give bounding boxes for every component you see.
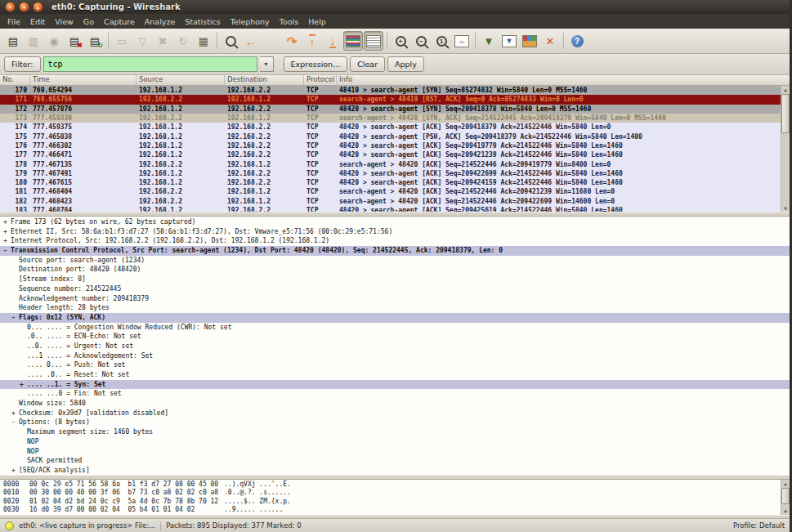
menu-item-file[interactable]: File: [2, 16, 25, 28]
maximize-window-button[interactable]: ▴: [33, 2, 43, 12]
menu-item-statistics[interactable]: Statistics: [180, 16, 225, 28]
detail-row[interactable]: NOP: [0, 447, 790, 457]
auto-scroll-button[interactable]: [364, 31, 383, 51]
scroll-down-icon[interactable]: ▼: [784, 204, 787, 212]
bytes-scrollbar[interactable]: ▲ ▼: [781, 480, 790, 515]
detail-row[interactable]: Maximum segment size: 1460 bytes: [0, 427, 790, 437]
column-header-no[interactable]: No.: [0, 75, 30, 85]
go-forward-button[interactable]: →: [262, 31, 281, 51]
filter-input[interactable]: [43, 56, 257, 72]
capture-stop-button[interactable]: ▤✖: [65, 31, 84, 51]
column-header-protocol[interactable]: Protocol: [304, 75, 337, 85]
detail-row[interactable]: .... ...0 = Fin: Not set: [0, 389, 790, 399]
detail-row[interactable]: Acknowledgement number: 209418379: [0, 294, 790, 304]
menu-item-edit[interactable]: Edit: [25, 16, 50, 28]
filter-button[interactable]: Filter:: [4, 56, 41, 72]
packet-row-172[interactable]: 172777.457876192.168.1.2192.168.2.2TCP48…: [0, 105, 790, 114]
display-filter-button[interactable]: ▼: [499, 31, 519, 51]
capture-options-button[interactable]: ▥: [24, 31, 43, 51]
expand-icon[interactable]: +: [3, 217, 7, 227]
detail-row[interactable]: Window size: 5840: [0, 399, 790, 409]
detail-row[interactable]: -Options: (8 bytes): [0, 418, 790, 427]
menu-item-analyze[interactable]: Analyze: [140, 16, 180, 28]
capture-interfaces-button[interactable]: ▤: [3, 31, 23, 51]
apply-button[interactable]: Apply: [387, 56, 424, 72]
detail-row[interactable]: NOP: [0, 437, 790, 447]
hex-row[interactable]: 003016 d0 39 d7 00 00 02 04 05 b4 01 01 …: [3, 506, 790, 514]
scroll-down-icon[interactable]: ▼: [784, 507, 787, 515]
capture-restart-button[interactable]: ▤↻: [85, 31, 105, 51]
detail-row[interactable]: +Internet Protocol, Src: 192.168.2.2 (19…: [0, 236, 790, 246]
packet-row-181[interactable]: 181777.468404192.168.2.2192.168.1.2TCPse…: [0, 187, 790, 196]
close-window-button[interactable]: ✕: [5, 2, 16, 12]
detail-row[interactable]: ..0. .... = Urgent: Not set: [0, 342, 790, 351]
detail-row[interactable]: ...1 .... = Acknowledgement: Set: [0, 351, 790, 361]
go-bottom-button[interactable]: ↓: [323, 31, 342, 51]
detail-row[interactable]: .0.. .... = ECN-Echo: Not set: [0, 332, 790, 342]
expand-icon[interactable]: +: [20, 380, 24, 390]
expression-button[interactable]: Expression...: [284, 56, 348, 72]
detail-row[interactable]: .... .0.. = Reset: Not set: [0, 370, 790, 380]
menu-item-capture[interactable]: Capture: [99, 16, 140, 28]
coloring-rules-button[interactable]: [520, 31, 539, 51]
detail-row[interactable]: +Ethernet II, Src: 58:6a:b1:f3:d7:27 (58…: [0, 227, 790, 237]
detail-row[interactable]: SACK permitted: [0, 456, 790, 466]
detail-row[interactable]: Sequence number: 214522445: [0, 284, 790, 294]
detail-row[interactable]: Destination port: 48420 (48420): [0, 265, 790, 275]
scrollbar-thumb[interactable]: [781, 94, 790, 133]
detail-row[interactable]: -Transmission Control Protocol, Src Port…: [0, 246, 790, 256]
detail-row[interactable]: +Frame 173 (62 bytes on wire, 62 bytes c…: [0, 217, 790, 227]
scroll-up-icon[interactable]: ▲: [784, 480, 787, 487]
menu-item-go[interactable]: Go: [78, 16, 99, 28]
save-capture-button[interactable]: ▽: [132, 31, 152, 51]
hex-row[interactable]: 002001 02 04 d2 bd 24 0c c9 5a 4d 0c 7b …: [3, 498, 790, 506]
menu-item-help[interactable]: Help: [303, 16, 331, 28]
titlebar[interactable]: ✕ ▾ ▴ eth0: Capturing - Wireshark: [0, 0, 790, 14]
column-header-time[interactable]: Time: [30, 75, 136, 85]
detail-row[interactable]: +[SEQ/ACK analysis]: [0, 466, 790, 475]
expand-icon[interactable]: +: [11, 409, 16, 418]
clear-button[interactable]: Clear: [350, 56, 385, 72]
zoom-out-button[interactable]: −: [411, 31, 431, 51]
packet-row-176[interactable]: 176777.466302192.168.1.2192.168.2.2TCP48…: [0, 141, 790, 150]
packet-row-180[interactable]: 180777.467615192.168.1.2192.168.2.2TCP48…: [0, 178, 790, 187]
detail-row[interactable]: Source port: search-agent (1234): [0, 256, 790, 266]
packet-row-178[interactable]: 178777.467135192.168.2.2192.168.1.2TCPse…: [0, 159, 790, 168]
preferences-button[interactable]: ✕: [540, 31, 560, 51]
reload-capture-button[interactable]: ↻: [173, 31, 193, 51]
capture-start-button[interactable]: ◉: [44, 31, 64, 51]
packet-row-175[interactable]: 175777.465038192.168.1.2192.168.2.2TCP48…: [0, 132, 790, 141]
expert-info-icon[interactable]: [5, 521, 14, 530]
collapse-icon[interactable]: -: [3, 246, 7, 256]
column-header-source[interactable]: Source: [136, 75, 225, 85]
zoom-100-button[interactable]: 1: [432, 31, 451, 51]
menu-item-telephony[interactable]: Telephony: [226, 16, 275, 28]
colorize-packets-button[interactable]: [343, 31, 363, 51]
packet-row-179[interactable]: 179777.467491192.168.1.2192.168.2.2TCP48…: [0, 169, 790, 178]
packet-row-177[interactable]: 177777.466471192.168.1.2192.168.2.2TCP48…: [0, 150, 790, 159]
detail-row[interactable]: 0... .... = Congestion Window Reduced (C…: [0, 323, 790, 333]
hex-row[interactable]: 000000 0c 29 e5 71 56 58 6a b1 f3 d7 27 …: [3, 481, 790, 489]
profile-text[interactable]: Profile: Default: [733, 521, 785, 530]
column-header-info[interactable]: Info: [337, 75, 790, 85]
resize-columns-button[interactable]: ↔: [452, 31, 472, 51]
capture-filter-button[interactable]: ▼: [479, 31, 499, 51]
go-back-button[interactable]: ←: [241, 31, 261, 51]
scrollbar-thumb[interactable]: [781, 488, 790, 504]
open-capture-button[interactable]: ▭: [112, 31, 132, 51]
go-top-button[interactable]: ↑: [302, 31, 322, 51]
detail-row[interactable]: -Flags: 0x12 (SYN, ACK): [0, 313, 790, 323]
packet-row-182[interactable]: 182777.468423192.168.2.2192.168.1.2TCPse…: [0, 197, 790, 206]
packet-row-173[interactable]: 173777.459330192.168.2.2192.168.1.2TCPse…: [0, 114, 790, 123]
goto-packet-button[interactable]: ↷: [282, 31, 302, 51]
packet-row-183[interactable]: 183777.468784192.168.1.2192.168.2.2TCP48…: [0, 206, 790, 212]
detail-row[interactable]: Header length: 28 bytes: [0, 303, 790, 313]
filter-dropdown-button[interactable]: ▼: [260, 56, 274, 72]
hex-row[interactable]: 001000 30 00 00 40 00 3f 06 b7 73 c0 a8 …: [3, 489, 790, 497]
help-button[interactable]: ?: [567, 31, 587, 51]
packet-row-174[interactable]: 174777.459375192.168.1.2192.168.2.2TCP48…: [0, 123, 790, 132]
close-capture-button[interactable]: ✖: [153, 31, 172, 51]
print-packets-button[interactable]: ▦: [194, 31, 213, 51]
detail-row[interactable]: [Stream index: 8]: [0, 275, 790, 284]
minimize-window-button[interactable]: ▾: [19, 2, 29, 12]
